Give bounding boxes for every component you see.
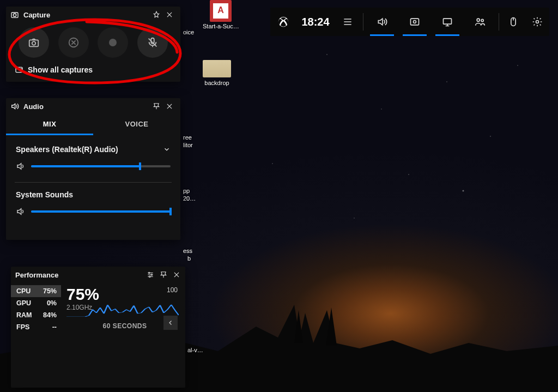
audio-icon <box>10 102 19 111</box>
svg-rect-2 <box>29 40 39 46</box>
svg-point-12 <box>414 21 416 23</box>
system-volume-slider[interactable] <box>31 210 171 213</box>
desktop-label-fragment: ree <box>183 134 192 141</box>
chart-xaxis-label: 60 SECONDS <box>102 322 147 330</box>
system-sounds-label: System Sounds <box>16 190 73 199</box>
desktop-label-fragment: al-v… <box>187 347 203 353</box>
desktop-label-fragment: 20… <box>183 195 196 202</box>
chevron-down-icon <box>163 146 171 153</box>
chart-ymax: 100 <box>167 286 178 294</box>
stat-gpu[interactable]: GPU0% <box>11 297 61 309</box>
svg-point-7 <box>149 272 150 273</box>
audio-widget-button[interactable] <box>366 8 398 36</box>
capture-panel: Capture Show all captures <box>6 7 180 82</box>
pin-button[interactable] <box>157 268 170 281</box>
svg-rect-11 <box>411 19 419 25</box>
desktop-label-fragment: ess <box>183 248 192 254</box>
desktop-icon-label: Start-a-Suc… <box>203 23 239 29</box>
performance-widget-button[interactable] <box>431 8 464 36</box>
desktop-icon-label: backdrop <box>203 80 231 86</box>
clock: 18:24 <box>296 8 335 36</box>
chart-back-button[interactable] <box>163 316 178 330</box>
volume-icon <box>16 207 26 216</box>
svg-point-3 <box>32 41 35 45</box>
xbox-button[interactable] <box>270 8 296 36</box>
capture-icon <box>10 10 19 19</box>
svg-point-14 <box>477 19 480 21</box>
desktop-label-fragment: pp <box>183 188 190 194</box>
svg-point-15 <box>481 19 483 21</box>
device-label: Speakers (Realtek(R) Audio) <box>16 145 118 154</box>
desktop-label-fragment: b <box>187 255 191 262</box>
tab-mix[interactable]: MIX <box>6 114 93 135</box>
widgets-menu-button[interactable] <box>335 8 361 36</box>
svg-rect-13 <box>444 19 452 24</box>
start-recording-button[interactable] <box>98 27 128 58</box>
desktop-icon-backdrop[interactable]: backdrop <box>203 60 231 86</box>
cpu-usage-chart <box>66 304 179 317</box>
svg-point-9 <box>149 276 150 277</box>
show-all-label: Show all captures <box>28 65 93 74</box>
gamebar-toolbar: 18:24 <box>270 8 549 36</box>
panel-title: Capture <box>23 11 50 19</box>
close-button[interactable] <box>170 268 183 281</box>
desktop-label-fragment: oice <box>183 29 194 35</box>
stat-cpu[interactable]: CPU75% <box>11 285 61 297</box>
close-button[interactable] <box>163 8 176 21</box>
audio-panel: Audio MIX VOICE Speakers (Realtek(R) Aud… <box>6 98 180 240</box>
screenshot-button[interactable] <box>19 27 49 58</box>
record-last-30-button[interactable] <box>58 27 89 58</box>
capture-widget-button[interactable] <box>398 8 431 36</box>
output-device-selector[interactable]: Speakers (Realtek(R) Audio) <box>16 142 171 159</box>
svg-point-8 <box>151 274 152 275</box>
desktop-label-fragment: litor <box>183 142 193 148</box>
mouse-button[interactable] <box>501 8 525 36</box>
svg-rect-6 <box>16 67 22 72</box>
performance-panel: Performance CPU75% GPU0% RAM84% FPS-- 75… <box>11 267 185 388</box>
mic-toggle-button[interactable] <box>137 27 168 58</box>
svg-point-1 <box>13 14 16 16</box>
svg-point-17 <box>536 21 539 23</box>
settings-button[interactable] <box>525 8 549 36</box>
desktop-icon-adobe[interactable]: Start-a-Suc… <box>203 0 239 29</box>
pin-button[interactable] <box>150 100 163 113</box>
panel-title: Performance <box>15 271 58 279</box>
show-all-captures-link[interactable]: Show all captures <box>6 60 180 76</box>
stat-ram[interactable]: RAM84% <box>11 309 61 321</box>
volume-icon <box>16 161 26 171</box>
stat-fps[interactable]: FPS-- <box>11 321 61 333</box>
options-button[interactable] <box>144 268 157 281</box>
cpu-percent-large: 75% <box>66 285 183 304</box>
tab-voice[interactable]: VOICE <box>93 114 180 135</box>
speakers-volume-slider[interactable] <box>31 165 171 167</box>
panel-title: Audio <box>23 102 44 111</box>
pin-button[interactable] <box>150 8 163 21</box>
close-button[interactable] <box>163 100 176 113</box>
xbox-social-button[interactable] <box>464 8 496 36</box>
